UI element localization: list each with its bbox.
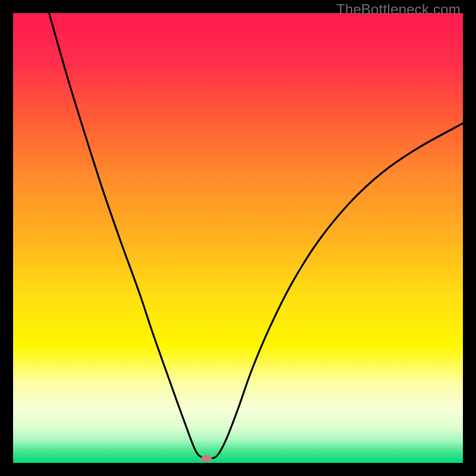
bottleneck-curve [49,13,463,459]
chart-curve-layer [13,13,463,463]
watermark-text: TheBottleneck.com [336,1,461,18]
chart-stage: TheBottleneck.com [0,0,476,476]
optimal-marker [201,455,212,462]
plot-area [13,13,463,463]
